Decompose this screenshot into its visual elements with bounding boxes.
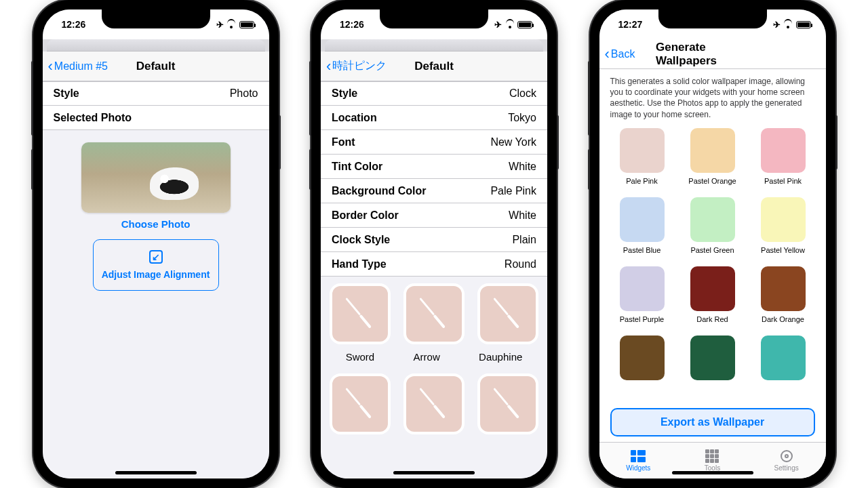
row-label: Style [54,87,79,100]
home-indicator[interactable] [672,471,753,474]
color-swatch-cell[interactable]: Pastel Purple [615,266,669,330]
clock-hand-option[interactable] [477,283,538,344]
row-value: Round [505,258,536,270]
notch [658,9,767,28]
clock-hand-option[interactable] [477,373,538,434]
settings-row[interactable]: StyleClock [321,81,547,106]
color-swatch-cell[interactable]: Pastel Yellow [756,197,810,261]
color-swatch [690,197,735,242]
phone-2: 12:26 ✈ ‹ 時計ピンク Default StyleClockLocati… [311,0,557,488]
back-button[interactable]: ‹ Back [605,47,635,62]
color-swatch [761,197,806,242]
color-swatch-label: Pastel Yellow [761,246,805,254]
settings-row[interactable]: Border ColorWhite [321,203,547,228]
color-swatch-label: Pale Pink [626,177,657,185]
chevron-left-icon: ‹ [48,59,53,74]
airplane-icon: ✈ [773,20,781,30]
color-swatch [761,128,806,173]
nav-bar: ‹ 時計ピンク Default [321,52,547,81]
color-swatch-label: Pastel Green [690,246,734,254]
color-swatch-cell[interactable]: Dark Orange [756,266,810,330]
battery-icon [796,21,811,28]
row-value: White [509,161,536,173]
row-label: Border Color [332,209,399,222]
gear-icon [781,450,793,462]
settings-row[interactable]: Background ColorPale Pink [321,179,547,203]
row-label: Selected Photo [54,112,132,124]
nav-title: Default [414,60,454,73]
clock-hand-label: Dauphine [479,351,522,363]
home-indicator[interactable] [115,471,197,474]
tab-tools[interactable]: Tools [705,449,720,472]
notch [102,9,210,28]
chevron-left-icon: ‹ [326,59,331,74]
clock-hand-option[interactable] [403,283,465,344]
nav-title: Default [136,60,176,73]
battery-icon [517,21,532,28]
nav-bar: ‹ Back Generate Wallpapers [599,39,826,69]
content: StylePhotoSelected Photo Choose Photo Ad… [43,81,269,479]
color-swatch-label: Pastel Orange [688,177,736,185]
color-swatch [690,266,735,311]
row-value: White [509,209,536,222]
resize-icon [149,250,163,264]
color-swatch-cell[interactable]: Pastel Blue [615,197,669,261]
widgets-icon [631,450,646,462]
card-stack-peek [47,39,265,52]
color-swatch-cell[interactable]: Dark Red [686,266,740,330]
color-swatch-label: Dark Red [696,315,728,323]
export-wallpaper-button[interactable]: Export as Wallpaper [610,408,815,436]
selected-photo-preview[interactable] [81,142,231,213]
color-swatch [690,336,735,380]
row-value: Photo [230,87,258,100]
settings-row[interactable]: Selected Photo [43,106,269,130]
notch [380,9,488,28]
color-swatch [620,266,665,311]
settings-row[interactable]: Hand TypeRound [321,252,547,277]
row-label: Hand Type [332,258,387,270]
tab-widgets[interactable]: Widgets [626,449,650,472]
color-swatch-cell[interactable]: Pastel Pink [756,128,810,192]
tab-settings[interactable]: Settings [774,449,799,472]
color-swatch [761,266,806,311]
status-time: 12:26 [62,19,86,30]
color-swatch-cell[interactable]: Pastel Orange [686,128,740,192]
clock-hand-label: Arrow [414,351,440,363]
clock-hand-option[interactable] [330,283,391,344]
color-swatch-cell[interactable]: Pastel Green [686,197,740,261]
chevron-left-icon: ‹ [605,47,610,62]
phone-3: 12:27 ✈ ‹ Back Generate Wallpapers This … [590,0,835,488]
back-label: Medium #5 [54,60,108,73]
clock-hand-option[interactable] [330,373,391,434]
airplane-icon: ✈ [494,20,502,30]
color-swatch-cell[interactable] [686,336,740,399]
tab-label: Settings [774,464,799,472]
settings-row[interactable]: FontNew York [321,130,547,155]
row-label: Location [332,112,377,124]
row-label: Style [332,87,357,100]
clock-hand-option[interactable] [403,373,465,434]
settings-row[interactable]: Clock StylePlain [321,228,547,252]
color-swatch [690,128,735,173]
color-swatch-cell[interactable] [756,336,810,399]
back-button[interactable]: ‹ Medium #5 [48,59,108,74]
row-value: Clock [509,87,536,100]
color-swatch-cell[interactable] [615,336,669,399]
row-value: Tokyo [508,112,536,124]
adjust-label: Adjust Image Alignment [102,269,210,280]
color-swatch-label: Pastel Pink [764,177,802,185]
choose-photo-button[interactable]: Choose Photo [43,218,269,230]
tab-label: Widgets [626,464,650,472]
row-value: Plain [512,234,536,246]
back-button[interactable]: ‹ 時計ピンク [326,59,387,74]
settings-row[interactable]: StylePhoto [43,81,269,106]
content: This generates a solid color wallpaper i… [599,69,826,479]
row-label: Background Color [332,185,427,197]
home-indicator[interactable] [393,471,475,474]
color-swatch-cell[interactable]: Pale Pink [615,128,669,192]
settings-row[interactable]: LocationTokyo [321,106,547,130]
airplane-icon: ✈ [216,20,224,30]
settings-row[interactable]: Tint ColorWhite [321,155,547,179]
adjust-alignment-button[interactable]: Adjust Image Alignment [93,239,219,291]
wifi-icon [505,21,515,28]
